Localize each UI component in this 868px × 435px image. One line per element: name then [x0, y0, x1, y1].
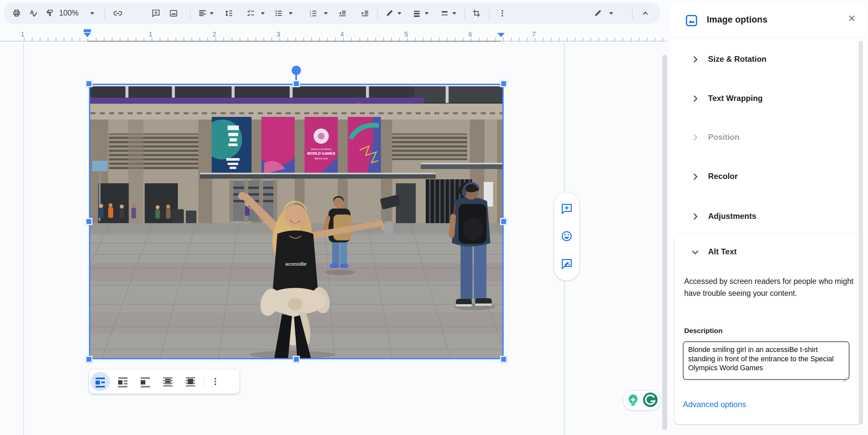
- close-panel-icon[interactable]: [846, 12, 857, 24]
- resize-handle-bottom-center[interactable]: [293, 356, 300, 363]
- chevron-right-icon: [690, 133, 700, 144]
- resize-handle-bottom-right[interactable]: [500, 356, 507, 363]
- resize-handle-top-center[interactable]: [293, 80, 300, 87]
- section-label: Text Wrapping: [708, 94, 763, 103]
- ruler-number: 6: [468, 31, 472, 38]
- numbered-list-dropdown-caret[interactable]: [324, 12, 328, 14]
- document-scrollbar[interactable]: [662, 55, 667, 430]
- panel-header-divider: [671, 37, 865, 37]
- bulleted-list-icon[interactable]: [272, 7, 285, 20]
- alt-text-help: Accessed by screen readers for people wh…: [684, 276, 854, 299]
- checklist-dropdown-caret[interactable]: [261, 12, 265, 14]
- resize-handle-top-right[interactable]: [500, 80, 507, 87]
- chevron-right-icon: [690, 211, 700, 223]
- ruler-number: 3: [276, 31, 280, 38]
- panel-header: Image options: [671, 3, 865, 37]
- bulleted-list-dropdown-caret[interactable]: [289, 12, 293, 14]
- editing-mode-pen-icon[interactable]: [591, 7, 604, 20]
- paint-format-icon[interactable]: [43, 7, 56, 20]
- chevron-down-icon: [690, 247, 700, 258]
- resize-handle-mid-left[interactable]: [86, 218, 93, 225]
- spell-check-icon[interactable]: A: [27, 7, 40, 20]
- align-icon[interactable]: [196, 7, 209, 20]
- section-text-wrapping[interactable]: Text Wrapping: [671, 91, 865, 107]
- wrap-option-in-front-of-text[interactable]: [179, 369, 202, 394]
- more-options-icon[interactable]: [496, 7, 509, 20]
- checklist-icon[interactable]: [244, 7, 257, 20]
- ruler-number: 1: [149, 31, 152, 38]
- zoom-dropdown-caret[interactable]: [90, 12, 94, 14]
- sidebar-scrollbar[interactable]: [859, 40, 863, 424]
- add-emoji-reaction-icon[interactable]: [560, 230, 574, 243]
- toolbar-divider: [190, 7, 190, 20]
- panel-title: Image options: [707, 14, 768, 25]
- wrap-more-options-icon[interactable]: [206, 369, 225, 394]
- border-color-icon[interactable]: [383, 7, 396, 20]
- google-docs-window: A 100% 123: [0, 0, 868, 435]
- section-alt-text[interactable]: Alt Text: [671, 244, 865, 260]
- svg-text:3: 3: [310, 14, 311, 18]
- wrap-option-in-line[interactable]: [89, 369, 112, 394]
- insert-image-icon[interactable]: [167, 7, 180, 20]
- ruler-number: 4: [340, 31, 344, 38]
- wrap-toolbar-divider: [204, 375, 204, 388]
- right-indent-marker[interactable]: [497, 33, 505, 37]
- section-adjustments[interactable]: Adjustments: [671, 209, 865, 225]
- numbered-list-icon[interactable]: 123: [307, 7, 320, 20]
- selected-photo[interactable]: SPECIAL OLYMPICS WORLD GAMES BERLIN 2023: [89, 84, 504, 359]
- section-label: Recolor: [708, 172, 738, 181]
- border-color-caret[interactable]: [398, 12, 401, 14]
- align-dropdown-caret[interactable]: [210, 12, 214, 14]
- floating-action-rail: [553, 192, 580, 281]
- decrease-indent-icon[interactable]: [336, 7, 349, 20]
- section-label: Size & Rotation: [708, 54, 767, 64]
- border-dash-caret[interactable]: [452, 12, 456, 14]
- section-position: Position: [671, 130, 865, 146]
- crop-image-icon[interactable]: [470, 7, 483, 20]
- zoom-value[interactable]: 100%: [59, 9, 79, 18]
- banner-text-line3: BERLIN 2023: [315, 157, 328, 160]
- wrap-option-wrap-text[interactable]: [112, 369, 134, 394]
- lightbulb-icon: [626, 393, 640, 408]
- add-comment-icon[interactable]: [560, 202, 574, 215]
- chevron-right-icon: [690, 94, 700, 105]
- suggest-edits-icon[interactable]: [560, 257, 574, 271]
- image-options-icon: [685, 14, 698, 28]
- advanced-options-link[interactable]: Advanced options: [683, 400, 746, 409]
- resize-handle-mid-right[interactable]: [500, 218, 507, 225]
- section-recolor[interactable]: Recolor: [671, 169, 865, 185]
- image-options-panel: Image options Size & Rotation Text Wrapp…: [671, 3, 865, 427]
- rotation-handle[interactable]: [292, 66, 301, 75]
- section-label: Position: [708, 133, 740, 142]
- section-size-rotation[interactable]: Size & Rotation: [671, 52, 865, 68]
- toolbar-divider: [104, 7, 105, 20]
- border-dash-icon[interactable]: [438, 7, 451, 20]
- increase-indent-icon[interactable]: [358, 7, 372, 20]
- toolbar-divider: [465, 7, 465, 20]
- add-comment-icon[interactable]: [149, 7, 163, 20]
- wrap-option-behind-text[interactable]: [157, 369, 179, 394]
- image-wrap-toolbar: [89, 369, 240, 394]
- border-weight-caret[interactable]: [425, 12, 429, 14]
- description-input[interactable]: Blonde smiling girl in an accessiBe t-sh…: [683, 341, 849, 380]
- insert-link-icon[interactable]: [111, 7, 124, 20]
- resize-handle-bottom-left[interactable]: [86, 356, 93, 363]
- print-icon[interactable]: [10, 7, 23, 20]
- chevron-right-icon: [690, 172, 700, 183]
- assistant-badge[interactable]: [623, 390, 661, 410]
- hide-menus-icon[interactable]: [639, 7, 652, 20]
- first-line-indent-marker[interactable]: [84, 29, 91, 32]
- left-indent-marker[interactable]: [84, 33, 91, 37]
- wrap-option-break-text[interactable]: [134, 369, 157, 394]
- border-weight-icon[interactable]: [410, 7, 423, 20]
- line-spacing-icon[interactable]: [222, 7, 236, 20]
- grammarly-g-icon: [643, 392, 658, 409]
- banner-text-line1: SPECIAL OLYMPICS: [311, 148, 332, 150]
- ruler-baseline: [0, 41, 87, 41]
- resize-handle-top-left[interactable]: [86, 80, 93, 87]
- editing-mode-caret[interactable]: [609, 12, 613, 14]
- toolbar-divider: [489, 7, 489, 20]
- main-toolbar: A 100% 123: [3, 3, 660, 24]
- toolbar-divider: [377, 7, 378, 20]
- ruler-number: 2: [212, 31, 216, 38]
